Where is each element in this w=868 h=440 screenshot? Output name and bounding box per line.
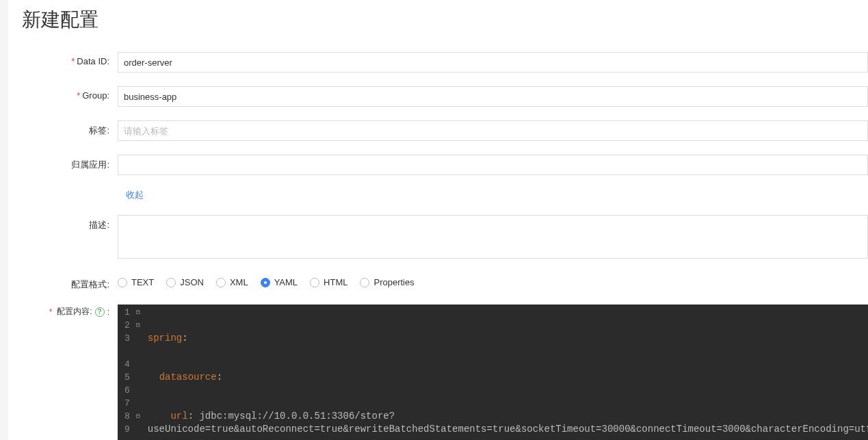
row-format: 配置格式: TEXTJSONXMLYAMLHTMLProperties <box>22 274 868 291</box>
required-mark: * <box>77 90 80 101</box>
collapse-link[interactable]: 收起 <box>126 189 144 201</box>
page-title: 新建配置 <box>22 7 868 33</box>
desc-textarea[interactable] <box>118 215 868 259</box>
row-tags: 标签: <box>22 120 868 141</box>
row-app: 归属应用: <box>22 155 868 175</box>
format-radio-html[interactable]: HTML <box>310 277 347 287</box>
format-radio-text[interactable]: TEXT <box>118 277 154 287</box>
radio-label: HTML <box>324 277 347 287</box>
radio-label: TEXT <box>131 277 154 287</box>
line-number: 2 <box>124 319 130 332</box>
label-format: 配置格式: <box>22 274 118 291</box>
line-number: 6 <box>124 384 130 397</box>
fold-spacer <box>134 332 142 358</box>
fold-toggle-icon[interactable]: ⊟ <box>134 306 142 319</box>
fold-toggle-icon[interactable]: ⊟ <box>134 410 142 423</box>
required-mark: * <box>71 56 75 66</box>
radio-label: XML <box>230 277 248 287</box>
line-number: 3 <box>124 332 130 358</box>
editor-gutter: 123456789 <box>118 305 134 440</box>
code-editor[interactable]: 123456789 ⊟⊟⊟ spring: datasource: url: j… <box>118 305 868 440</box>
fold-spacer <box>134 384 142 397</box>
radio-icon <box>216 278 226 287</box>
row-data-id: *Data ID: <box>22 52 868 73</box>
group-input[interactable] <box>118 86 868 107</box>
label-colon: : <box>107 307 109 317</box>
label-data-id: *Data ID: <box>22 52 118 66</box>
format-radio-xml[interactable]: XML <box>216 277 248 287</box>
fold-spacer <box>134 397 142 410</box>
radio-icon <box>310 278 319 287</box>
radio-label: Properties <box>373 277 414 287</box>
app-input[interactable] <box>118 155 868 175</box>
row-group: *Group: <box>22 86 868 107</box>
radio-icon <box>261 278 270 287</box>
label-app: 归属应用: <box>22 155 118 171</box>
row-desc: 描述: <box>22 215 868 261</box>
line-number: 7 <box>124 397 130 410</box>
line-number: 8 <box>124 410 130 423</box>
radio-icon <box>166 278 176 287</box>
radio-icon <box>118 278 127 287</box>
label-content: *配置内容: ? : <box>22 305 118 318</box>
editor-code[interactable]: spring: datasource: url: jdbc:mysql://10… <box>145 305 868 440</box>
format-radio-json[interactable]: JSON <box>166 277 204 287</box>
label-tags: 标签: <box>22 120 118 137</box>
line-number: 5 <box>124 371 130 384</box>
line-number: 4 <box>124 358 130 371</box>
label-group: *Group: <box>22 86 118 101</box>
format-radio-group: TEXTJSONXMLYAMLHTMLProperties <box>118 274 868 287</box>
label-desc: 描述: <box>22 215 118 231</box>
fold-toggle-icon[interactable]: ⊟ <box>134 319 142 332</box>
line-number: 9 <box>124 423 130 436</box>
format-radio-properties[interactable]: Properties <box>360 277 414 287</box>
tags-input[interactable] <box>118 120 868 141</box>
required-mark: * <box>49 307 53 317</box>
radio-label: YAML <box>274 277 298 287</box>
editor-fold-column: ⊟⊟⊟ <box>134 305 145 440</box>
fold-spacer <box>134 423 142 436</box>
help-icon[interactable]: ? <box>95 307 105 317</box>
fold-spacer <box>134 358 142 371</box>
radio-label: JSON <box>180 277 204 287</box>
row-content: *配置内容: ? : 123456789 ⊟⊟⊟ spring: datasou… <box>22 305 868 440</box>
fold-spacer <box>134 371 142 384</box>
format-radio-yaml[interactable]: YAML <box>261 277 298 287</box>
radio-icon <box>360 278 369 287</box>
line-number: 1 <box>124 306 130 319</box>
data-id-input[interactable] <box>118 52 868 73</box>
